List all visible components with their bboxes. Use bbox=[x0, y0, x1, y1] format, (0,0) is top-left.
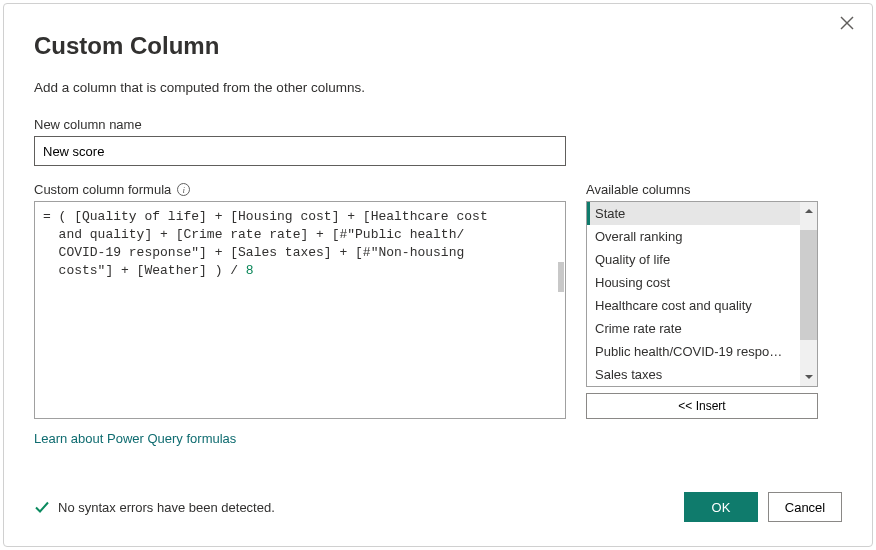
scrollbar-thumb[interactable] bbox=[800, 230, 817, 340]
learn-link[interactable]: Learn about Power Query formulas bbox=[34, 431, 236, 446]
formula-label-text: Custom column formula bbox=[34, 182, 171, 197]
dialog-footer: No syntax errors have been detected. OK … bbox=[34, 492, 842, 522]
chevron-down-icon[interactable] bbox=[800, 368, 817, 386]
status-message: No syntax errors have been detected. bbox=[34, 499, 275, 515]
available-columns-label: Available columns bbox=[586, 182, 818, 197]
new-column-name-label: New column name bbox=[34, 117, 842, 132]
cancel-button[interactable]: Cancel bbox=[768, 492, 842, 522]
list-item[interactable]: Overall ranking bbox=[587, 225, 800, 248]
formula-content: = ( [Quality of life] + [Housing cost] +… bbox=[43, 209, 488, 278]
available-columns-list: State Overall ranking Quality of life Ho… bbox=[586, 201, 818, 387]
status-text: No syntax errors have been detected. bbox=[58, 500, 275, 515]
list-item[interactable]: Crime rate rate bbox=[587, 317, 800, 340]
custom-column-dialog: Custom Column Add a column that is compu… bbox=[3, 3, 873, 547]
info-icon[interactable]: i bbox=[177, 183, 190, 196]
list-item[interactable]: Healthcare cost and quality bbox=[587, 294, 800, 317]
new-column-name-input[interactable] bbox=[34, 136, 566, 166]
check-icon bbox=[34, 499, 50, 515]
dialog-title: Custom Column bbox=[34, 32, 842, 60]
close-icon[interactable] bbox=[840, 16, 854, 33]
list-item[interactable]: Public health/COVID-19 respo… bbox=[587, 340, 800, 363]
dialog-subtitle: Add a column that is computed from the o… bbox=[34, 80, 842, 95]
list-item[interactable]: State bbox=[587, 202, 800, 225]
formula-scrollbar-thumb[interactable] bbox=[558, 262, 564, 292]
list-item[interactable]: Quality of life bbox=[587, 248, 800, 271]
chevron-up-icon[interactable] bbox=[800, 202, 817, 220]
insert-button[interactable]: << Insert bbox=[586, 393, 818, 419]
ok-button[interactable]: OK bbox=[684, 492, 758, 522]
formula-label: Custom column formula i bbox=[34, 182, 566, 197]
list-item[interactable]: Housing cost bbox=[587, 271, 800, 294]
formula-input[interactable]: = ( [Quality of life] + [Housing cost] +… bbox=[34, 201, 566, 419]
list-item[interactable]: Sales taxes bbox=[587, 363, 800, 380]
